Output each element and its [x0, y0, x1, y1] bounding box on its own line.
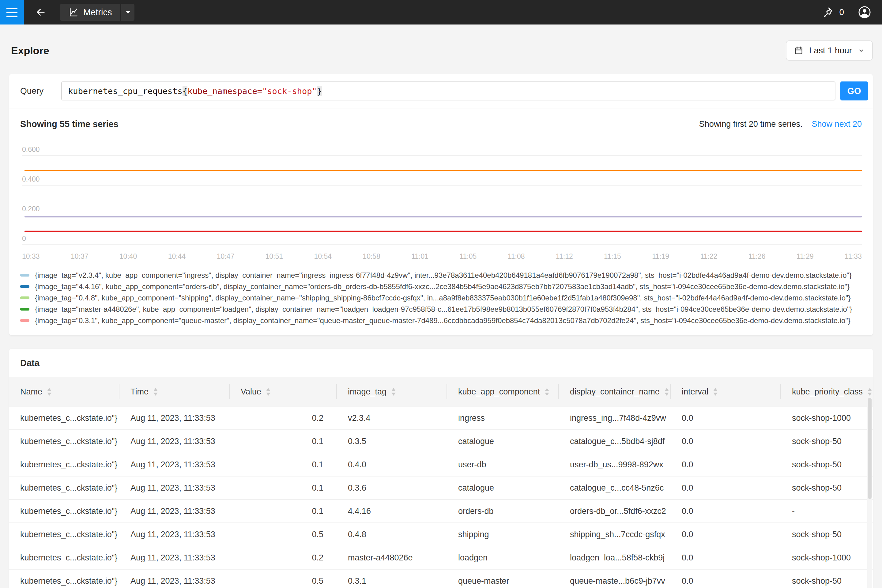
legend-label: {image_tag="4.4.16", kube_app_component=… — [35, 282, 849, 291]
time-range-picker[interactable]: Last 1 hour — [786, 40, 873, 61]
chart-series-line — [24, 216, 862, 218]
table-row[interactable]: kubernetes_c...ckstate.io"}Aug 11, 2023,… — [9, 546, 873, 570]
scrollbar-thumb[interactable] — [868, 398, 872, 499]
line-chart-icon — [69, 8, 78, 17]
table-cell: Aug 11, 2023, 11:33:53 — [119, 530, 230, 539]
column-header-label: Value — [241, 387, 261, 397]
topbar-right: 0 — [821, 5, 872, 19]
table-cell: 0.3.1 — [337, 576, 447, 586]
user-menu-button[interactable] — [858, 5, 872, 19]
table-cell: kubernetes_c...ckstate.io"} — [9, 460, 119, 470]
chart-title: Showing 55 time series — [20, 119, 118, 129]
table-cell: 0.0 — [670, 413, 781, 423]
table-cell: orders-db — [447, 507, 559, 516]
table-row[interactable]: kubernetes_c...ckstate.io"}Aug 11, 2023,… — [9, 477, 873, 500]
table-cell: user-db — [447, 460, 559, 470]
page-head: Explore Last 1 hour — [0, 24, 882, 74]
x-axis-tick-label: 11:12 — [556, 252, 573, 261]
table-cell: 0.0 — [670, 553, 781, 562]
sort-down-icon — [266, 393, 270, 396]
table-cell: 0.0 — [670, 437, 781, 446]
query-label: Query — [20, 86, 61, 96]
table-cell: catalogue_c...cc48-5nz6c — [559, 483, 670, 493]
legend-label: {image_tag="0.4.8", kube_app_component="… — [35, 294, 851, 302]
table-cell: kubernetes_c...ckstate.io"} — [9, 483, 119, 493]
sort-icon — [868, 388, 872, 396]
column-header-label: kube_priority_class — [792, 387, 863, 397]
metrics-explore-screen: Metrics 0 Explore Last 1 hour Query — [0, 0, 882, 588]
column-header-value[interactable]: Value — [230, 376, 337, 407]
back-button[interactable] — [33, 4, 48, 20]
table-cell: 0.3.6 — [337, 483, 447, 493]
x-axis-tick-label: 11:29 — [796, 252, 814, 261]
table-row[interactable]: kubernetes_c...ckstate.io"}Aug 11, 2023,… — [9, 453, 873, 477]
legend-label: {image_tag="0.3.1", kube_app_component="… — [35, 316, 850, 325]
legend-label: {image_tag="v2.3.4", kube_app_component=… — [35, 271, 852, 280]
column-header-display-container-name[interactable]: display_container_name — [559, 376, 670, 407]
table-cell: loadgen_loa...58f58-ckb9j — [559, 553, 670, 562]
chart-gridline — [22, 185, 862, 186]
sort-up-icon — [47, 388, 51, 391]
table-row[interactable]: kubernetes_c...ckstate.io"}Aug 11, 2023,… — [9, 407, 873, 430]
hamburger-icon — [6, 8, 18, 9]
table-cell: v2.3.4 — [337, 413, 447, 423]
show-next-20-link[interactable]: Show next 20 — [812, 119, 862, 129]
column-header-interval[interactable]: interval — [670, 376, 781, 407]
metrics-view-button[interactable]: Metrics — [60, 4, 120, 21]
table-cell: 0.5 — [230, 530, 337, 539]
query-row: Query kubernetes_cpu_requests{kube_names… — [9, 74, 873, 108]
go-button[interactable]: GO — [840, 81, 868, 100]
table-cell: 0.0 — [670, 530, 781, 539]
table-row[interactable]: kubernetes_c...ckstate.io"}Aug 11, 2023,… — [9, 430, 873, 453]
table-cell: kubernetes_c...ckstate.io"} — [9, 413, 119, 423]
hamburger-menu-button[interactable] — [0, 0, 24, 24]
table-cell: 0.1 — [230, 507, 337, 516]
chart-legend: {image_tag="v2.3.4", kube_app_component=… — [20, 270, 862, 326]
vertical-scrollbar[interactable] — [867, 397, 872, 588]
table-cell: catalogue_c...5bdb4-sj8df — [559, 437, 670, 446]
sort-up-icon — [392, 388, 396, 391]
table-row[interactable]: kubernetes_c...ckstate.io"}Aug 11, 2023,… — [9, 570, 873, 588]
query-input[interactable]: kubernetes_cpu_requests{kube_namespace="… — [61, 81, 836, 100]
avatar-icon — [858, 5, 872, 19]
table-cell: 0.4.0 — [337, 460, 447, 470]
x-axis-tick-label: 10:44 — [168, 252, 186, 261]
table-row[interactable]: kubernetes_c...ckstate.io"}Aug 11, 2023,… — [9, 523, 873, 546]
view-switcher-dropdown-button[interactable] — [120, 4, 135, 21]
table-cell: 0.1 — [230, 460, 337, 470]
column-header-name[interactable]: Name — [9, 376, 119, 407]
query-label-value-token: "sock-shop" — [262, 86, 317, 96]
x-axis-tick-label: 11:33 — [844, 252, 862, 261]
x-axis-tick-label: 11:26 — [748, 252, 766, 261]
y-axis-tick-label: 0.600 — [22, 146, 40, 154]
table-cell: sock-shop-50 — [781, 576, 873, 586]
data-section-title: Data — [9, 358, 873, 376]
sort-down-icon — [713, 393, 717, 396]
legend-swatch — [20, 274, 29, 276]
sort-down-icon — [545, 393, 549, 396]
table-cell: loadgen — [447, 553, 559, 562]
chart-series-line — [24, 170, 862, 171]
table-cell: Aug 11, 2023, 11:33:53 — [119, 460, 230, 470]
table-cell: catalogue — [447, 483, 559, 493]
table-cell: Aug 11, 2023, 11:33:53 — [119, 553, 230, 562]
table-cell: sock-shop-1000 — [781, 553, 873, 562]
data-card: Data NameTimeValueimage_tagkube_app_comp… — [9, 349, 873, 588]
legend-item: {image_tag="0.4.8", kube_app_component="… — [20, 292, 862, 303]
pin-button[interactable] — [821, 6, 834, 18]
column-header-kube-priority-class[interactable]: kube_priority_class — [781, 376, 873, 407]
x-axis-tick-label: 10:51 — [266, 252, 283, 261]
table-cell: 0.2 — [230, 553, 337, 562]
column-header-kube-app-component[interactable]: kube_app_component — [447, 376, 559, 407]
column-header-label: Name — [20, 387, 42, 397]
table-row[interactable]: kubernetes_c...ckstate.io"}Aug 11, 2023,… — [9, 500, 873, 523]
table-cell: 0.0 — [670, 460, 781, 470]
sort-icon — [266, 388, 270, 396]
calendar-icon — [794, 46, 804, 56]
column-header-image-tag[interactable]: image_tag — [337, 376, 447, 407]
x-axis-tick-labels: 10:3310:3710:4010:4410:4710:5110:5410:58… — [22, 252, 862, 261]
table-cell: catalogue — [447, 437, 559, 446]
sort-down-icon — [664, 393, 669, 396]
column-header-time[interactable]: Time — [119, 376, 230, 407]
table-cell: master-a448026e — [337, 553, 447, 562]
